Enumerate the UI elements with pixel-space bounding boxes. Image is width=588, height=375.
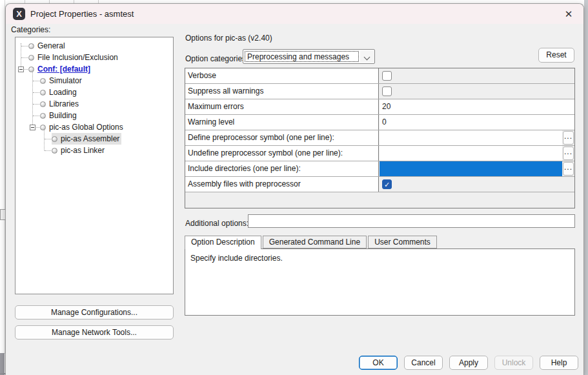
table-row-verbose: Verbose bbox=[185, 68, 574, 84]
table-row-suppress-warnings: Suppress all warnings bbox=[185, 84, 574, 99]
option-description-panel: Specify include directories. bbox=[185, 248, 575, 316]
warning-level-value[interactable]: 0 bbox=[380, 115, 574, 130]
tree-item-label: pic-as Global Options bbox=[49, 121, 123, 133]
category-node-icon bbox=[40, 78, 46, 84]
undefine-symbol-browse-button[interactable]: ... bbox=[563, 147, 574, 160]
category-node-icon bbox=[40, 113, 46, 119]
additional-options-label: Additional options: bbox=[185, 219, 248, 228]
options-header: Options for pic-as (v2.40) bbox=[185, 34, 272, 43]
background-panel-edge bbox=[0, 353, 5, 375]
option-label: Assembly files with preprocessor bbox=[185, 177, 379, 192]
tree-item-label: pic-as Linker bbox=[61, 145, 105, 156]
tree-item-label: General bbox=[37, 40, 65, 52]
ok-button[interactable]: OK bbox=[359, 356, 398, 370]
project-properties-dialog: X Project Properties - asmtest ✕ Categor… bbox=[5, 3, 584, 375]
option-label: Maximum errors bbox=[185, 99, 379, 114]
close-icon[interactable]: ✕ bbox=[562, 7, 576, 21]
category-node-icon bbox=[40, 101, 46, 107]
tree-item-label: Libraries bbox=[49, 98, 79, 110]
tree-item-pic-as-assembler[interactable]: pic-as Assembler bbox=[15, 133, 173, 145]
table-row-include-directories: Include directories (one per line): ... bbox=[185, 161, 574, 177]
cancel-button[interactable]: Cancel bbox=[404, 356, 443, 370]
tab-option-description[interactable]: Option Description bbox=[185, 236, 261, 249]
tree-item-general[interactable]: General bbox=[15, 40, 173, 52]
manage-network-tools-button[interactable]: Manage Network Tools... bbox=[15, 325, 174, 340]
tree-item-pic-as-linker[interactable]: pic-as Linker bbox=[15, 145, 173, 156]
additional-options-input[interactable] bbox=[248, 214, 575, 228]
option-categories-label: Option categories: bbox=[185, 54, 248, 63]
table-row-maximum-errors: Maximum errors 20 bbox=[185, 99, 574, 115]
tree-item-file-inclusion-exclusion[interactable]: File Inclusion/Exclusion bbox=[15, 52, 173, 63]
background-window-edge bbox=[584, 0, 588, 375]
assembly-files-preprocessor-checkbox[interactable]: ✓ bbox=[382, 179, 392, 189]
tree-item-label: Conf: [default] bbox=[37, 63, 90, 75]
option-label: Verbose bbox=[185, 68, 379, 83]
define-symbol-field[interactable] bbox=[380, 130, 562, 145]
apply-button[interactable]: Apply bbox=[449, 356, 488, 370]
category-node-icon bbox=[28, 66, 34, 72]
category-node-icon bbox=[40, 90, 46, 96]
option-label: Undefine preprocessor symbol (one per li… bbox=[185, 146, 379, 161]
tab-generated-command-line[interactable]: Generated Command Line bbox=[263, 236, 367, 248]
category-node-icon bbox=[52, 136, 57, 142]
tab-user-comments[interactable]: User Comments bbox=[368, 236, 437, 248]
table-row-assembly-preprocessor: Assembly files with preprocessor ✓ bbox=[185, 177, 574, 192]
categories-label: Categories: bbox=[11, 25, 50, 34]
title-bar[interactable]: X Project Properties - asmtest ✕ bbox=[6, 4, 583, 24]
table-row-warning-level: Warning level 0 bbox=[185, 115, 574, 130]
mplab-x-logo-icon: X bbox=[13, 8, 25, 20]
category-node-icon bbox=[28, 43, 34, 49]
include-directories-browse-button[interactable]: ... bbox=[563, 162, 574, 176]
category-node-icon bbox=[28, 55, 34, 61]
manage-configurations-button[interactable]: Manage Configurations... bbox=[15, 305, 174, 319]
help-button[interactable]: Help bbox=[540, 356, 578, 370]
tree-item-loading[interactable]: Loading bbox=[15, 86, 173, 98]
dropdown-arrow-zone[interactable] bbox=[360, 50, 374, 63]
dialog-button-row: OK Cancel Apply Unlock Help bbox=[359, 356, 578, 370]
tree-item-simulator[interactable]: Simulator bbox=[15, 75, 173, 86]
chevron-down-icon bbox=[364, 54, 370, 61]
maximum-errors-value[interactable]: 20 bbox=[380, 99, 574, 114]
tree-item-conf-default[interactable]: Conf: [default] bbox=[15, 63, 173, 75]
collapse-expander-icon[interactable] bbox=[30, 125, 35, 130]
define-symbol-browse-button[interactable]: ... bbox=[563, 131, 574, 145]
categories-tree: General File Inclusion/Exclusion Conf: [… bbox=[15, 37, 174, 294]
option-label: Warning level bbox=[185, 115, 379, 130]
option-label: Define preprocessor symbol (one per line… bbox=[185, 130, 379, 145]
suppress-all-warnings-checkbox[interactable] bbox=[382, 86, 392, 96]
table-row-define-symbol: Define preprocessor symbol (one per line… bbox=[185, 130, 574, 146]
unlock-button: Unlock bbox=[494, 356, 533, 370]
dropdown-selected-value: Preprocessing and messages bbox=[245, 51, 359, 62]
tree-item-label: Building bbox=[49, 110, 77, 121]
tree-item-label: File Inclusion/Exclusion bbox=[37, 52, 118, 63]
tree-item-pic-as-global-options[interactable]: pic-as Global Options bbox=[15, 121, 173, 133]
description-tabs: Option Description Generated Command Lin… bbox=[185, 236, 438, 249]
option-label: Include directories (one per line): bbox=[185, 161, 379, 176]
tree-item-label: pic-as Assembler bbox=[61, 133, 119, 145]
tree-item-libraries[interactable]: Libraries bbox=[15, 98, 173, 110]
category-node-icon bbox=[52, 148, 57, 154]
category-node-icon bbox=[40, 125, 46, 130]
tree-item-building[interactable]: Building bbox=[15, 110, 173, 121]
include-directories-field-selected[interactable] bbox=[380, 161, 562, 176]
option-categories-dropdown[interactable]: Preprocessing and messages bbox=[243, 49, 375, 64]
verbose-checkbox[interactable] bbox=[382, 71, 392, 81]
table-row-undefine-symbol: Undefine preprocessor symbol (one per li… bbox=[185, 146, 574, 161]
collapse-expander-icon[interactable] bbox=[18, 66, 24, 72]
tree-item-label: Loading bbox=[49, 86, 77, 98]
option-label: Suppress all warnings bbox=[185, 84, 379, 99]
undefine-symbol-field[interactable] bbox=[380, 146, 562, 161]
options-table: Verbose Suppress all warnings Maximum er… bbox=[185, 68, 575, 208]
window-title: Project Properties - asmtest bbox=[30, 9, 134, 19]
tree-item-label: Simulator bbox=[49, 75, 82, 86]
reset-button[interactable]: Reset bbox=[538, 48, 574, 63]
